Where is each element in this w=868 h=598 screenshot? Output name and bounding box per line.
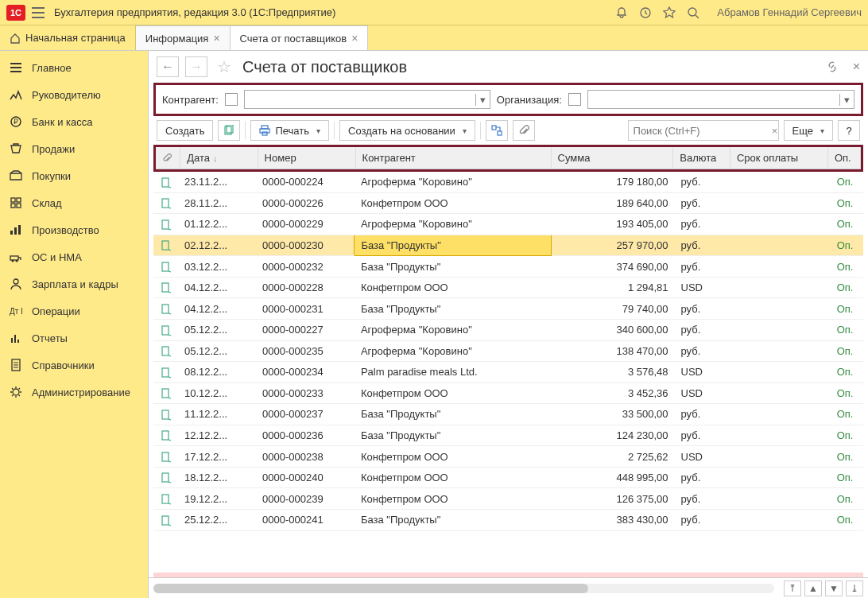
cell-sum: 3 452,36	[552, 382, 675, 404]
nav-forward-button[interactable]: →	[185, 56, 207, 77]
table-row[interactable]: 11.12.2...0000-000237База "Продукты"33 5…	[153, 404, 863, 425]
sidebar-item-0[interactable]: Главное	[0, 54, 148, 81]
chevron-down-icon[interactable]: ▾	[475, 94, 490, 106]
sidebar-item-8[interactable]: Зарплата и кадры	[0, 270, 148, 297]
col-number[interactable]: Номер	[258, 147, 355, 169]
history-icon[interactable]	[639, 6, 652, 19]
table-row[interactable]: 23.11.2...0000-000224Агроферма "Коровино…	[153, 172, 863, 192]
table-row[interactable]: 01.12.2...0000-000229Агроферма "Коровино…	[153, 214, 863, 235]
create-based-on-button[interactable]: Создать на основании ▾	[339, 120, 475, 141]
sidebar-item-label: Покупки	[32, 170, 71, 182]
clear-search-icon[interactable]: ×	[772, 125, 778, 137]
col-date[interactable]: Дата↓	[180, 147, 258, 169]
tab-bar: Начальная страница Информация × Счета от…	[0, 25, 868, 51]
invoices-table-head: Дата↓ Номер Контрагент Сумма Валюта Срок…	[156, 147, 861, 169]
close-icon[interactable]: ×	[351, 32, 358, 45]
col-currency[interactable]: Валюта	[673, 147, 730, 169]
counterparty-checkbox[interactable]	[225, 93, 238, 106]
nav-down-button[interactable]: ▼	[825, 581, 843, 596]
table-row[interactable]: 18.12.2...0000-000240Конфетпром ООО448 9…	[153, 467, 863, 488]
sidebar-item-9[interactable]: Дт КтОперации	[0, 297, 148, 324]
table-row[interactable]: 28.11.2...0000-000226Конфетпром ООО189 6…	[153, 192, 863, 214]
print-button[interactable]: Печать ▾	[250, 120, 329, 141]
table-row[interactable]: 12.12.2...0000-000236База "Продукты"124 …	[153, 425, 863, 446]
table-body-wrap[interactable]: 23.11.2...0000-000224Агроферма "Коровино…	[153, 172, 863, 573]
cell-icon	[153, 235, 178, 256]
tab-supplier-invoices[interactable]: Счета от поставщиков ×	[231, 25, 369, 50]
col-due-date[interactable]: Срок оплаты	[730, 147, 827, 169]
help-button[interactable]: ?	[838, 120, 860, 141]
user-name[interactable]: Абрамов Геннадий Сергеевич	[717, 6, 862, 18]
close-page-icon[interactable]: ×	[853, 60, 860, 74]
counterparty-combo[interactable]: ▾	[244, 90, 490, 109]
col-attach[interactable]	[156, 147, 180, 169]
sidebar-item-5[interactable]: Склад	[0, 189, 148, 216]
nav-back-button[interactable]: ←	[157, 56, 179, 77]
tab-home[interactable]: Начальная страница	[0, 25, 136, 50]
bell-icon[interactable]	[615, 6, 628, 19]
h-scrollbar[interactable]	[153, 584, 774, 593]
cell-status: Оп.	[831, 446, 863, 468]
create-label: Создать	[165, 125, 204, 137]
table-header-wrap: Дата↓ Номер Контрагент Сумма Валюта Срок…	[153, 145, 863, 172]
cell-number: 0000-000234	[256, 362, 355, 383]
main-menu-icon[interactable]	[32, 7, 45, 18]
table-row[interactable]: 02.12.2...0000-000230База "Продукты"257 …	[153, 235, 863, 256]
create-button[interactable]: Создать	[157, 120, 213, 141]
sidebar-item-1[interactable]: Руководителю	[0, 81, 148, 108]
table-row[interactable]: 05.12.2...0000-000227Агроферма "Коровино…	[153, 319, 863, 340]
col-sum[interactable]: Сумма	[551, 147, 673, 169]
star-icon[interactable]	[663, 6, 676, 19]
sidebar-item-12[interactable]: Администрирование	[0, 379, 148, 406]
close-icon[interactable]: ×	[213, 32, 219, 45]
table-row[interactable]: 08.12.2...0000-000234Palm paradise meals…	[153, 362, 863, 383]
chevron-down-icon[interactable]: ▾	[839, 94, 854, 106]
sidebar-item-3[interactable]: Продажи	[0, 135, 148, 162]
link-icon[interactable]	[826, 60, 839, 73]
sidebar-item-4[interactable]: Покупки	[0, 162, 148, 189]
attachment-button[interactable]	[513, 120, 535, 141]
sidebar-item-10[interactable]: Отчеты	[0, 324, 148, 351]
col-status[interactable]: Оп.	[827, 147, 860, 169]
svg-rect-17	[14, 335, 16, 343]
sidebar-item-11[interactable]: Справочники	[0, 351, 148, 379]
svg-point-13	[16, 260, 18, 262]
counterparty-input[interactable]	[245, 91, 475, 108]
search-box[interactable]: ×	[628, 120, 779, 141]
table-row[interactable]: 04.12.2...0000-000231База "Продукты"79 7…	[153, 298, 863, 320]
tab-information[interactable]: Информация ×	[136, 25, 231, 50]
sidebar-item-2[interactable]: ₽Банк и касса	[0, 108, 148, 135]
table-row[interactable]: 05.12.2...0000-000235Агроферма "Коровино…	[153, 340, 863, 362]
organization-input[interactable]	[588, 91, 839, 108]
content-area: ← → ☆ Счета от поставщиков × Контрагент:…	[148, 51, 868, 598]
organization-checkbox[interactable]	[568, 93, 581, 106]
cell-due	[732, 362, 831, 383]
nav-first-button[interactable]: ⤒	[784, 581, 801, 596]
cell-icon	[153, 425, 178, 446]
favorite-star-icon[interactable]: ☆	[217, 57, 231, 76]
nav-up-button[interactable]: ▲	[804, 581, 822, 596]
related-docs-button[interactable]	[486, 120, 508, 141]
svg-rect-36	[162, 347, 169, 355]
more-button[interactable]: Еще▾	[784, 120, 833, 141]
nav-last-button[interactable]: ⤓	[846, 581, 863, 596]
table-row[interactable]: 04.12.2...0000-000228Конфетпром ООО1 294…	[153, 277, 863, 298]
cell-counterparty: Конфетпром ООО	[355, 277, 552, 298]
organization-label: Организация:	[497, 94, 562, 106]
cell-number: 0000-000235	[256, 340, 355, 362]
sidebar-item-6[interactable]: Производство	[0, 216, 148, 243]
table-row[interactable]: 17.12.2...0000-000238Конфетпром ООО2 725…	[153, 446, 863, 468]
copy-button[interactable]	[218, 120, 240, 141]
search-icon[interactable]	[687, 6, 699, 19]
organization-combo[interactable]: ▾	[587, 90, 854, 109]
sidebar-item-7[interactable]: ОС и НМА	[0, 243, 148, 270]
table-row[interactable]: 03.12.2...0000-000232База "Продукты"374 …	[153, 256, 863, 278]
cell-sum: 189 640,00	[552, 192, 675, 214]
table-row[interactable]: 19.12.2...0000-000239Конфетпром ООО126 3…	[153, 488, 863, 510]
search-input[interactable]	[629, 125, 772, 137]
table-row[interactable]: 10.12.2...0000-000233Конфетпром ООО3 452…	[153, 382, 863, 404]
scrollbar-thumb[interactable]	[153, 584, 588, 593]
table-row[interactable]: 25.12.2...0000-000241База "Продукты"383 …	[153, 510, 863, 531]
page-title: Счета от поставщиков	[242, 58, 407, 76]
col-counterparty[interactable]: Контрагент	[355, 147, 551, 169]
